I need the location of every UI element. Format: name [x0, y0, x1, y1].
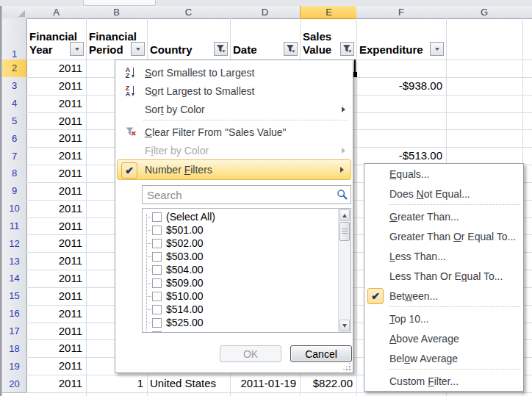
cell-F3[interactable]: -$938.00 — [356, 77, 446, 95]
cell-A19[interactable]: 2011 — [26, 357, 86, 375]
filter-dropdown-button-F[interactable] — [430, 42, 444, 56]
ok-button[interactable]: OK — [220, 345, 281, 362]
scrollbar[interactable] — [338, 209, 351, 332]
column-header-E[interactable]: E — [300, 6, 358, 19]
row-header-10[interactable]: 10 — [2, 200, 27, 218]
value-item-504-00[interactable]: $504.00 — [143, 263, 337, 276]
checkbox[interactable] — [152, 292, 162, 301]
column-header-partial[interactable] — [522, 6, 532, 19]
value-item-select-all[interactable]: (Select All) — [143, 210, 337, 223]
row-header-14[interactable]: 14 — [2, 270, 27, 288]
cell-A6[interactable]: 2011 — [26, 129, 86, 147]
checkbox[interactable] — [152, 265, 162, 275]
row-header-16[interactable]: 16 — [2, 305, 27, 323]
cell-F7[interactable]: -$513.00 — [356, 147, 446, 165]
value-item-503-00[interactable]: $503.00 — [143, 250, 337, 263]
select-all-corner[interactable] — [2, 6, 27, 19]
checkbox[interactable] — [152, 305, 162, 314]
menu-item-number-filters[interactable]: ✔Number Filters — [117, 159, 351, 180]
row-header-18[interactable]: 18 — [2, 339, 27, 358]
cell-A5[interactable]: 2011 — [26, 112, 86, 130]
checkbox[interactable] — [152, 252, 162, 262]
row-header-2[interactable]: 2 — [2, 60, 27, 78]
row-header-12[interactable]: 12 — [2, 234, 27, 253]
value-item-509-00[interactable]: $509.00 — [143, 276, 337, 289]
cell-A7[interactable]: 2011 — [26, 147, 86, 165]
submenu-item-does-not-equal[interactable]: Does Not Equal... — [365, 184, 522, 204]
menu-item-sort-largest-to-smallest[interactable]: ZASort Largest to Smallest — [116, 82, 352, 100]
submenu-item-between[interactable]: ✔Between... — [365, 286, 522, 306]
cell-A15[interactable]: 2011 — [26, 287, 86, 305]
filter-applied-button-E[interactable] — [340, 42, 354, 56]
value-item-510-00[interactable]: $510.00 — [143, 289, 337, 303]
submenu-item-top-10[interactable]: Top 10... — [365, 309, 522, 328]
scroll-up-button[interactable] — [339, 209, 350, 221]
checkbox[interactable] — [152, 239, 162, 248]
menu-item-sort-smallest-to-largest[interactable]: AZSort Smallest to Largest — [116, 63, 352, 82]
resize-grip[interactable] — [342, 362, 351, 371]
checkbox[interactable] — [152, 212, 162, 222]
cell-A3[interactable]: 2011 — [26, 77, 86, 95]
checkbox[interactable] — [152, 331, 162, 334]
menu-item-clear-filter-from-sales-value[interactable]: Clear Filter From "Sales Value" — [116, 123, 352, 141]
column-header-F[interactable]: F — [356, 6, 447, 19]
cell-A12[interactable]: 2011 — [26, 234, 86, 252]
cell-A8[interactable]: 2011 — [26, 165, 86, 182]
row-header-7[interactable]: 7 — [2, 147, 27, 165]
cell-A14[interactable]: 2011 — [26, 270, 86, 287]
row-header-20[interactable]: 20 — [2, 375, 27, 393]
value-item-partial[interactable] — [143, 329, 337, 333]
value-item-501-00[interactable]: $501.00 — [143, 223, 337, 237]
row-header-4[interactable]: 4 — [2, 95, 27, 113]
filter-dropdown-button-A[interactable] — [70, 42, 84, 56]
submenu-item-less-than-or-equal-to[interactable]: Less Than Or Equal To... — [365, 266, 522, 286]
submenu-item-less-than[interactable]: Less Than... — [365, 246, 522, 266]
submenu-item-equals[interactable]: Equals... — [365, 164, 522, 184]
cell-D20[interactable]: 2011-01-19 — [230, 375, 300, 392]
menu-item-filter-by-color[interactable]: Filter by Color — [116, 141, 352, 159]
cell-A11[interactable]: 2011 — [26, 217, 86, 235]
scroll-down-button[interactable] — [339, 320, 350, 331]
submenu-item-below-average[interactable]: Below Average — [365, 348, 522, 368]
submenu-item-greater-than[interactable]: Greater Than... — [365, 206, 522, 226]
row-header-8[interactable]: 8 — [2, 165, 27, 183]
cell-A17[interactable]: 2011 — [26, 323, 86, 340]
row-header-17[interactable]: 17 — [2, 323, 27, 341]
cell-A10[interactable]: 2011 — [26, 200, 86, 217]
cell-C20[interactable]: United States — [147, 375, 230, 392]
row-header-19[interactable]: 19 — [2, 357, 27, 375]
row-header-9[interactable]: 9 — [2, 182, 27, 201]
cell-A13[interactable]: 2011 — [26, 252, 86, 270]
cell-A2[interactable]: 2011 — [26, 60, 86, 77]
cell-A20[interactable]: 2011 — [26, 375, 86, 392]
cell-A16[interactable]: 2011 — [26, 305, 86, 323]
cell-B20[interactable]: 1 — [86, 375, 147, 392]
value-item-514-00[interactable]: $514.00 — [143, 303, 337, 316]
submenu-item-custom-filter[interactable]: Custom Filter... — [365, 371, 522, 391]
row-header-15[interactable]: 15 — [2, 287, 27, 306]
column-header-A[interactable]: A — [26, 6, 87, 19]
submenu-item-above-average[interactable]: Above Average — [365, 328, 522, 348]
cell-A4[interactable]: 2011 — [26, 95, 86, 112]
checkbox[interactable] — [152, 318, 162, 328]
cell-A9[interactable]: 2011 — [26, 182, 86, 200]
cell-A18[interactable]: 2011 — [26, 339, 86, 357]
checkbox[interactable] — [152, 226, 162, 235]
column-header-D[interactable]: D — [230, 6, 301, 19]
scroll-thumb[interactable] — [339, 222, 350, 241]
submenu-item-greater-than-or-equal-to[interactable]: Greater Than Or Equal To... — [365, 226, 522, 246]
row-header-13[interactable]: 13 — [2, 252, 27, 270]
filter-dropdown-button-B[interactable] — [131, 42, 145, 56]
filter-applied-button-C[interactable] — [214, 42, 228, 56]
value-item-502-00[interactable]: $502.00 — [143, 237, 337, 250]
menu-item-sort-by-color[interactable]: Sort by Color — [116, 100, 352, 118]
row-header-6[interactable]: 6 — [2, 129, 27, 148]
value-item-525-00[interactable]: $525.00 — [143, 316, 337, 329]
column-header-B[interactable]: B — [86, 6, 148, 19]
cell-E20[interactable]: $822.00 — [300, 375, 356, 392]
column-header-C[interactable]: C — [147, 6, 231, 19]
checkbox[interactable] — [152, 278, 162, 288]
cancel-button[interactable]: Cancel — [290, 345, 352, 362]
search-input[interactable] — [142, 185, 351, 204]
row-header-3[interactable]: 3 — [2, 77, 27, 96]
